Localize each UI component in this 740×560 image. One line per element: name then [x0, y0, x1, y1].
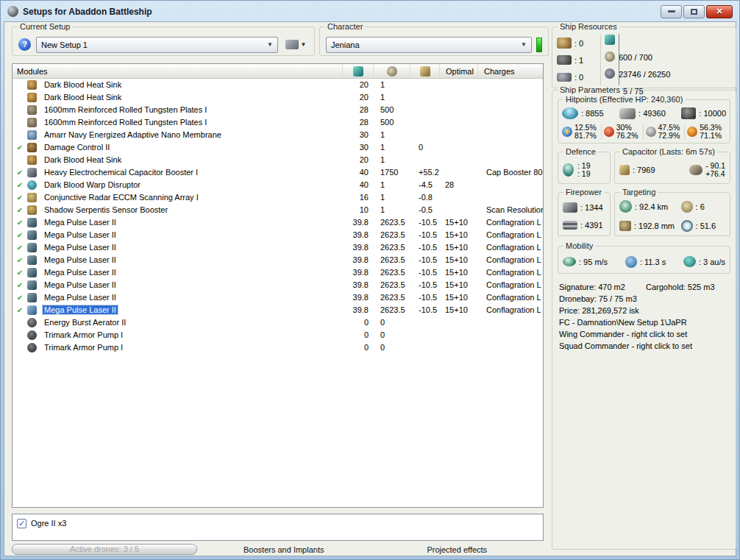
module-optimal: 15+10 [439, 216, 477, 229]
resist-cell: 47.5%72.9% [643, 124, 685, 140]
optimal-column-header[interactable]: Optimal [439, 64, 477, 78]
character-status-bar [536, 38, 542, 52]
slot-count-row: : 0 [557, 68, 599, 85]
module-cap-use: -10.5 [410, 216, 439, 229]
rig-slots-icon [557, 73, 572, 82]
module-row[interactable]: ✔Dark Blood Warp Disruptor401-4.528 [13, 179, 543, 191]
module-active-check-icon: ✔ [13, 229, 27, 241]
module-row[interactable]: Dark Blood Heat Sink201 [13, 91, 543, 104]
module-row[interactable]: ✔Mega Pulse Laser II39.82623.5-10.515+10… [13, 241, 543, 254]
module-row[interactable]: 1600mm Reinforced Rolled Tungsten Plates… [13, 104, 543, 116]
module-row[interactable]: 1600mm Reinforced Rolled Tungsten Plates… [13, 116, 543, 129]
module-row[interactable]: ✔Mega Pulse Laser II39.82623.5-10.515+10… [13, 254, 543, 266]
active-drones-button[interactable]: Active drones: 3 / 5 [12, 544, 197, 555]
module-name-cell: Shadow Serpentis Sensor Booster [40, 204, 342, 216]
capacitor-column-header[interactable] [410, 64, 439, 78]
stat: : 92.4 km [619, 200, 681, 213]
module-row[interactable]: ✔Conjunctive Radar ECCM Scanning Array I… [13, 191, 543, 204]
module-row[interactable]: Dark Blood Heat Sink201 [13, 79, 543, 91]
module-row[interactable]: Dark Blood Heat Sink201 [13, 154, 543, 166]
targeting-value: : 51.6 [696, 221, 716, 230]
projected-effects-section[interactable]: Projected effects [427, 545, 487, 554]
module-cpu: 39.8 [342, 216, 373, 229]
warp-speed-icon [683, 256, 696, 267]
ship-info-line: Price: 281,269,572 isk [559, 306, 730, 315]
pulse-laser-icon [27, 280, 37, 290]
resist-grid: ⚡12.5%81.7%30%76.2%47.5%72.9%56.3%71.1% [562, 124, 726, 140]
module-row[interactable]: ✔Mega Pulse Laser II39.82623.5-10.515+10… [13, 304, 543, 316]
close-icon: ✕ [716, 7, 722, 16]
module-powergrid: 500 [373, 104, 410, 116]
setup-select[interactable]: New Setup 1 ▼ [36, 37, 278, 53]
help-icon[interactable]: ? [18, 38, 31, 51]
module-row[interactable]: Amarr Navy Energized Adaptive Nano Membr… [13, 129, 543, 141]
drone-checkbox[interactable]: ✓ [17, 519, 26, 528]
modules-column-header[interactable]: Modules [13, 64, 342, 78]
module-powergrid: 0 [373, 341, 410, 354]
module-row[interactable]: ✔Heavy Electrochemical Capacitor Booster… [13, 166, 543, 179]
ship-info-block: Signature: 470 m2 Cargohold: 525 m3 Dron… [558, 283, 730, 350]
module-row[interactable]: Energy Burst Aerator II00 [13, 316, 543, 329]
module-name: 1600mm Reinforced Rolled Tungsten Plates… [43, 118, 208, 127]
resist-cell: 30%76.2% [601, 124, 643, 140]
resource-bar-row: 23746 / 26250 [605, 52, 731, 68]
module-row[interactable]: ✔Shadow Serpentis Sensor Booster101-0.5S… [13, 204, 543, 216]
module-row[interactable]: ✔Mega Pulse Laser II39.82623.5-10.515+10… [13, 216, 543, 229]
module-row[interactable]: ✔Damage Control II3010 [13, 141, 543, 154]
ship-info-line: FC - Damnation\New Setup 1\JaPR [559, 318, 730, 327]
powergrid-icon [605, 52, 615, 62]
module-row[interactable]: ✔Mega Pulse Laser II39.82623.5-10.515+10… [13, 279, 543, 291]
module-name-cell: 1600mm Reinforced Rolled Tungsten Plates… [40, 116, 342, 129]
stat: : 1344 [563, 202, 607, 213]
module-row[interactable]: ✔Mega Pulse Laser II39.82623.5-10.515+10… [13, 266, 543, 279]
firepower-value: : 4391 [580, 221, 603, 230]
module-charge: Conflagration L [477, 254, 543, 266]
ship-info-line: Dronebay: 75 / 75 m3 [559, 294, 730, 303]
setup-actions-button[interactable]: ▼ [283, 38, 308, 52]
module-powergrid: 0 [373, 316, 410, 329]
boosters-implants-section[interactable]: Boosters and Implants [243, 545, 324, 554]
resource-bar-list: 600 / 70023746 / 2625075 / 75 [601, 35, 731, 86]
maximize-button[interactable] [683, 5, 705, 18]
module-active-check-icon: ✔ [13, 204, 27, 216]
module-name-cell: Dark Blood Heat Sink [40, 91, 342, 104]
minimize-icon [668, 10, 675, 13]
resist-cell: ⚡12.5%81.7% [562, 124, 601, 140]
ship-parameters-group: Ship Parameters Hitpoints (Effective HP:… [552, 90, 736, 550]
stat: : 10000 [681, 107, 726, 119]
firepower-label: Firepower [563, 188, 604, 196]
charges-column-header[interactable]: Charges [477, 64, 543, 78]
cpu-column-header[interactable] [342, 64, 373, 78]
powergrid-icon [387, 66, 397, 77]
capacitor-delta: - 90.1+76.4 [689, 162, 725, 178]
resource-bar [619, 68, 619, 87]
character-select[interactable]: Jeniana ▼ [326, 37, 532, 53]
module-charge: Cap Booster 800 [477, 166, 544, 179]
module-row[interactable]: Trimark Armor Pump I00 [13, 341, 543, 354]
chevron-down-icon: ▼ [301, 41, 307, 48]
mobility-label: Mobility [563, 241, 595, 250]
character-select-value: Jeniana [331, 40, 516, 49]
current-setup-group: Current Setup ? New Setup 1 ▼ ▼ [12, 26, 315, 56]
capacitor-group: Capacitor (Lasts: 6m 57s) : 7969- 90.1+7… [614, 152, 730, 184]
minimize-button[interactable] [661, 5, 682, 18]
module-cpu: 20 [342, 91, 373, 104]
max-targets-icon [681, 201, 693, 213]
module-cap-use: -10.5 [410, 304, 439, 316]
module-name-cell: Amarr Navy Energized Adaptive Nano Membr… [40, 129, 342, 141]
module-row[interactable]: ✔Mega Pulse Laser II39.82623.5-10.515+10… [13, 229, 543, 241]
module-name: Mega Pulse Laser II [43, 230, 118, 239]
stacked-value: - 90.1 [705, 162, 725, 170]
module-row[interactable]: Trimark Armor Pump I00 [13, 329, 543, 341]
module-row[interactable]: ✔Mega Pulse Laser II39.82623.5-10.515+10… [13, 291, 543, 304]
module-powergrid: 2623.5 [373, 229, 410, 241]
module-name: Mega Pulse Laser II [43, 243, 118, 252]
module-powergrid: 1 [373, 129, 410, 141]
drone-panel: ✓Ogre II x3 [12, 514, 544, 541]
close-button[interactable]: ✕ [706, 5, 733, 18]
powergrid-column-header[interactable] [373, 64, 410, 78]
module-optimal: 15+10 [439, 279, 477, 291]
heat-sink-icon [27, 155, 37, 165]
drone-item[interactable]: ✓Ogre II x3 [17, 517, 538, 529]
module-cpu: 0 [342, 329, 373, 341]
